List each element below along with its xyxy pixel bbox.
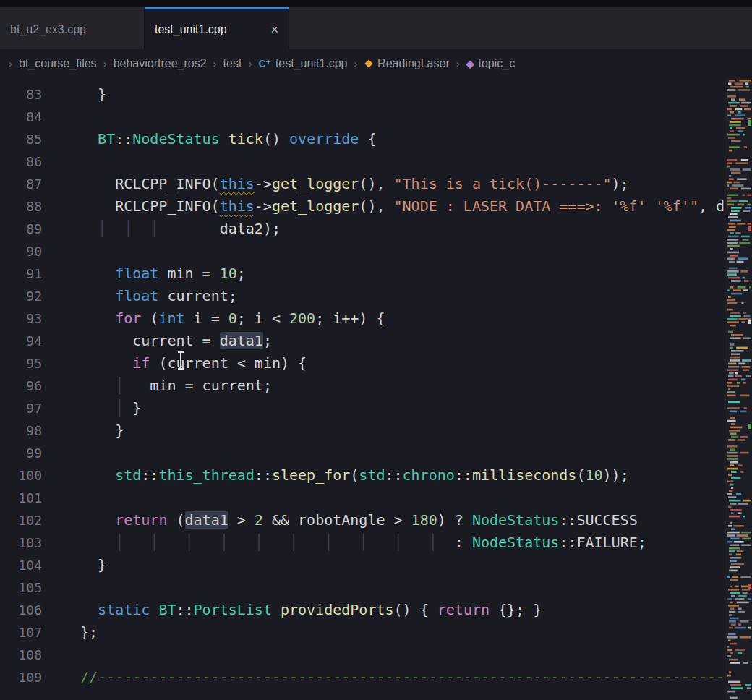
breadcrumb-item-readinglaser[interactable]: ❖ReadingLaser [364,57,450,70]
code-line-94[interactable]: 94 current = data1; [0,330,725,352]
line-number: 97 [0,397,42,419]
title-bar [0,0,752,7]
line-number: 103 [0,532,42,554]
line-content: if (current < min) { [80,352,307,375]
line-number: 100 [0,464,42,487]
line-content: │ │ │ │ │ │ │ │ │ │ : NodeStatus::FAILUR… [80,532,646,554]
breadcrumb-label: behaviortree_ros2 [114,57,207,70]
line-content: RCLCPP_INFO(this->get_logger(), "This is… [80,173,629,195]
chevron-right-icon: › [456,57,460,69]
breadcrumb-label: test [223,57,242,70]
line-content: BT::NodeStatus tick() override { [80,128,376,150]
breadcrumb-item-test-unit1-cpp[interactable]: C⁺test_unit1.cpp [258,57,347,70]
line-content: current = data1; [80,330,272,352]
breadcrumb-bar: › bt_course_files›behaviortree_ros2›test… [0,49,752,78]
breadcrumb-label: bt_course_files [19,57,97,70]
editor[interactable]: 83 }8485 BT::NodeStatus tick() override … [0,78,752,700]
code-line-99[interactable]: 99 [0,442,725,464]
code-line-93[interactable]: 93 for (int i = 0; i < 200; i++) { [0,307,725,330]
code-line-106[interactable]: 106 static BT::PortsList providedPorts()… [0,599,725,621]
symbol-method-icon: ◆ [466,58,474,69]
line-content: } [80,419,124,442]
code-line-101[interactable]: 101 [0,487,725,509]
breadcrumb-item-topic-c[interactable]: ◆topic_c [466,57,515,70]
minimap-canvas [726,78,751,700]
line-number: 106 [0,599,42,621]
line-number: 104 [0,554,42,576]
chevron-right-icon: › [248,57,252,69]
tab-label: bt_u2_ex3.cpp [10,23,86,36]
code-line-90[interactable]: 90 [0,240,725,262]
tab-bar: bt_u2_ex3.cpptest_unit1.cpp× [0,7,752,49]
code-line-83[interactable]: 83 } [0,83,725,106]
code-line-89[interactable]: 89 │ │ │ data2); [0,218,725,240]
tab-label: test_unit1.cpp [155,23,227,36]
minimap[interactable] [725,78,752,700]
code-line-100[interactable]: 100 std::this_thread::sleep_for(std::chr… [0,464,725,487]
line-number: 95 [0,352,42,375]
line-content: } [80,554,106,576]
code-line-96[interactable]: 96 │ min = current; [0,375,725,397]
line-number: 105 [0,576,42,599]
cpp-file-icon: C⁺ [258,58,271,69]
tab-bt_u2_ex3.cpp[interactable]: bt_u2_ex3.cpp [0,7,145,49]
line-content: std::this_thread::sleep_for(std::chrono:… [80,464,629,487]
chevron-right-icon: › [354,57,358,69]
line-content: for (int i = 0; i < 200; i++) { [80,307,385,330]
code-line-105[interactable]: 105 [0,576,725,599]
line-content: │ │ │ data2); [80,218,281,240]
line-number: 86 [0,150,42,173]
line-content: float min = 10; [80,262,246,285]
vscode-window: bt_u2_ex3.cpptest_unit1.cpp× › bt_course… [0,0,752,700]
code-line-87[interactable]: 87 RCLCPP_INFO(this->get_logger(), "This… [0,173,725,195]
breadcrumb-item-behaviortree-ros2[interactable]: behaviortree_ros2 [114,57,207,70]
code-line-86[interactable]: 86 [0,150,725,173]
breadcrumb-item-bt-course-files[interactable]: bt_course_files [19,57,97,70]
chevron-right-icon: › [213,57,217,69]
line-number: 94 [0,330,42,352]
code-line-103[interactable]: 103 │ │ │ │ │ │ │ │ │ │ : NodeStatus::FA… [0,532,725,554]
line-content: float current; [80,285,237,307]
code-line-97[interactable]: 97 │ } [0,397,725,419]
line-number: 91 [0,262,42,285]
chevron-right-icon: › [103,57,107,69]
code-line-107[interactable]: 107}; [0,621,725,644]
code-line-88[interactable]: 88 RCLCPP_INFO(this->get_logger(), "NODE… [0,195,725,218]
breadcrumb-label: test_unit1.cpp [275,57,348,70]
breadcrumb-label: topic_c [478,57,515,70]
code-line-91[interactable]: 91 float min = 10; [0,262,725,285]
line-number: 85 [0,128,42,150]
line-number: 107 [0,621,42,644]
code-line-108[interactable]: 108 [0,644,725,666]
symbol-class-icon: ❖ [364,58,374,69]
line-number: 109 [0,666,42,688]
code-line-98[interactable]: 98 } [0,419,725,442]
line-number: 87 [0,173,42,195]
line-content: static BT::PortsList providedPorts() { r… [80,599,542,621]
line-number: 89 [0,218,42,240]
line-number: 83 [0,83,42,106]
line-content: } [80,83,106,106]
line-number: 101 [0,487,42,509]
code-line-92[interactable]: 92 float current; [0,285,725,307]
line-content: │ min = current; [80,375,272,397]
code-line-85[interactable]: 85 BT::NodeStatus tick() override { [0,128,725,150]
line-number: 90 [0,240,42,262]
tab-test_unit1.cpp[interactable]: test_unit1.cpp× [145,7,289,49]
line-number: 102 [0,509,42,532]
line-number: 99 [0,442,42,464]
line-content: }; [80,621,98,644]
tab-close-icon[interactable]: × [270,23,278,36]
code-line-104[interactable]: 104 } [0,554,725,576]
line-number: 98 [0,419,42,442]
line-number: 84 [0,106,42,128]
line-number: 108 [0,644,42,666]
line-content: //--------------------------------------… [80,666,725,688]
line-content: return (data1 > 2 && robotAngle > 180) ?… [80,509,638,532]
code-lines[interactable]: 83 }8485 BT::NodeStatus tick() override … [0,78,725,700]
code-line-109[interactable]: 109//-----------------------------------… [0,666,725,688]
code-line-84[interactable]: 84 [0,106,725,128]
code-line-95[interactable]: 95 if (current < min) { [0,352,725,375]
code-line-102[interactable]: 102 return (data1 > 2 && robotAngle > 18… [0,509,725,532]
breadcrumb-item-test[interactable]: test [223,57,242,70]
